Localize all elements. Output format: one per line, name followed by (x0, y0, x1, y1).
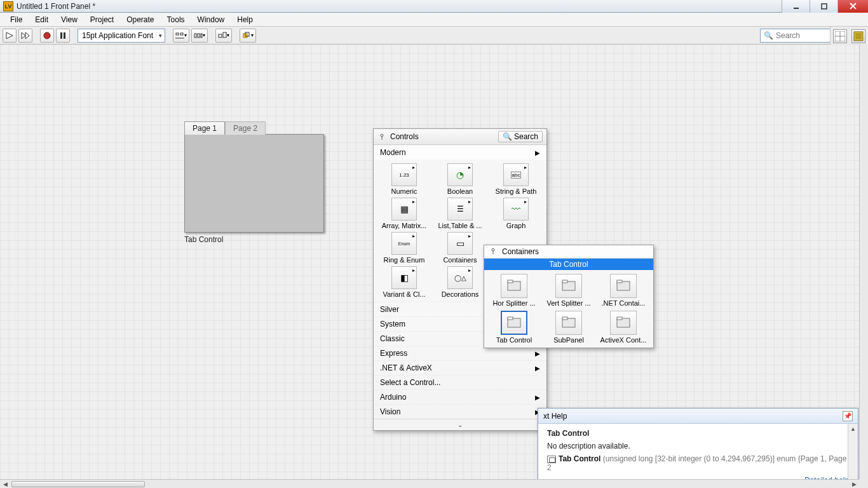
palette-category[interactable]: Arduino▶ (374, 390, 546, 404)
context-help-scrollbar[interactable]: ▲ ▼ (848, 424, 858, 487)
menu-window[interactable]: Window (191, 14, 231, 25)
svg-rect-6 (64, 32, 65, 39)
context-help-desc: No description available. (547, 442, 849, 451)
window-minimize-button[interactable] (782, 0, 810, 13)
flyout-item[interactable]: Hor Splitter ... (487, 274, 541, 307)
scroll-right-icon[interactable]: ▶ (849, 480, 859, 489)
scroll-thumb[interactable] (11, 481, 145, 487)
svg-rect-1 (822, 4, 827, 9)
scroll-corner (859, 479, 868, 488)
palette-item[interactable]: ▸String & Path (488, 163, 544, 195)
align-button[interactable]: ▾ (173, 29, 189, 43)
palette-item[interactable]: ▸Graph (488, 198, 544, 229)
font-selector[interactable]: 15pt Application Font (78, 29, 165, 43)
reorder-button[interactable]: ▾ (240, 29, 256, 43)
menu-edit[interactable]: Edit (29, 14, 55, 25)
flyout-item[interactable]: .NET Contai... (596, 274, 651, 307)
palette-category[interactable]: .NET & ActiveX▶ (374, 360, 546, 375)
palette-category-label: .NET & ActiveX (380, 363, 432, 372)
palette-item-label: Decorations (433, 290, 487, 298)
resize-button[interactable]: ▾ (215, 29, 232, 43)
menu-file[interactable]: File (4, 14, 29, 25)
context-help-header: xt Help (543, 412, 567, 421)
palette-item[interactable]: ▸Containers (432, 232, 488, 264)
palette-category[interactable]: Vision▶ (374, 404, 546, 419)
canvas-horizontal-scrollbar[interactable]: ◀ ▶ (0, 479, 859, 488)
canvas-vertical-scrollbar[interactable] (859, 44, 868, 479)
palette-category-modern[interactable]: Modern ▶ (374, 145, 546, 159)
svg-rect-35 (562, 317, 567, 320)
window-close-button[interactable] (837, 0, 868, 13)
svg-rect-33 (508, 317, 513, 320)
svg-rect-31 (617, 280, 622, 283)
tab-control-label[interactable]: Tab Control (184, 235, 324, 244)
menu-operate[interactable]: Operate (120, 14, 160, 25)
palette-item-icon: ▸ (447, 266, 473, 289)
flyout-item-label: Hor Splitter ... (487, 299, 541, 307)
connector-grid-icon[interactable] (833, 29, 847, 43)
flyout-item-icon (610, 274, 637, 298)
palette-item[interactable]: ▸Numeric (376, 163, 432, 195)
palette-item[interactable]: ▸Ring & Enum (376, 232, 432, 264)
toolbar: 15pt Application Font ▾ ▾ ▾ ▾ 🔍 Search 🔍… (0, 27, 868, 44)
flyout-item-icon (610, 311, 637, 335)
palette-item-icon: ▸ (391, 232, 417, 255)
palette-item-icon: ▸ (391, 163, 417, 186)
flyout-item[interactable]: ActiveX Cont... (596, 311, 651, 344)
svg-point-22 (381, 134, 383, 137)
pin-icon[interactable] (377, 132, 386, 141)
flyout-item-icon (501, 274, 527, 298)
context-help-pin-button[interactable]: 📌 (843, 411, 853, 421)
palette-item[interactable]: ▸List,Table & ... (432, 198, 488, 229)
distribute-button[interactable]: ▾ (191, 29, 208, 43)
palette-category-label: System (380, 320, 405, 329)
palette-item-icon: ▸ (447, 163, 473, 186)
context-help-signature: Tab Control (unsigned long [32-bit integ… (547, 454, 849, 472)
window-maximize-button[interactable] (810, 0, 837, 13)
flyout-item[interactable]: Tab Control (487, 311, 541, 344)
tab-page-1[interactable]: Page 1 (184, 121, 225, 135)
context-help-title: Tab Control (547, 429, 589, 438)
svg-rect-27 (508, 280, 513, 283)
chevron-right-icon: ▶ (535, 350, 540, 357)
scroll-left-icon[interactable]: ◀ (0, 480, 10, 489)
palette-item[interactable]: ▸Array, Matrix... (376, 198, 432, 229)
abort-button[interactable] (40, 29, 54, 43)
svg-rect-21 (855, 33, 862, 39)
flyout-item[interactable]: SubPanel (541, 311, 596, 344)
palette-item[interactable]: ▸Boolean (432, 163, 488, 195)
flyout-item-icon (501, 311, 527, 335)
flyout-highlight[interactable]: Tab Control (484, 259, 653, 270)
palette-category[interactable]: Select a Control... (374, 375, 546, 390)
menu-project[interactable]: Project (84, 14, 120, 25)
palette-search-button[interactable]: 🔍 Search (498, 131, 543, 142)
svg-point-24 (492, 248, 494, 251)
run-continuous-button[interactable] (18, 29, 32, 43)
chevron-right-icon: ▶ (535, 149, 540, 156)
palette-item[interactable]: ▸Variant & Cl... (376, 266, 432, 298)
run-button[interactable] (3, 29, 17, 43)
menu-tools[interactable]: Tools (161, 14, 191, 25)
palette-expand-icon[interactable]: ⌄ (374, 419, 546, 430)
palette-item[interactable]: ▸Decorations (432, 266, 488, 298)
tab-control-object[interactable]: Page 1 Page 2 Tab Control (184, 121, 324, 244)
vi-icon[interactable] (851, 29, 865, 43)
palette-item-label: Boolean (433, 187, 487, 195)
flyout-title: Containers (502, 247, 539, 256)
scroll-up-icon[interactable]: ▲ (848, 424, 858, 434)
pin-icon[interactable] (489, 247, 498, 256)
svg-rect-11 (198, 34, 200, 37)
tab-control-body[interactable] (184, 134, 324, 233)
flyout-item[interactable]: Vert Splitter ... (541, 274, 596, 307)
pause-button[interactable] (56, 29, 70, 43)
svg-rect-10 (194, 34, 196, 37)
palette-search-label: Search (514, 132, 538, 141)
app-icon: LV (3, 1, 13, 11)
menu-help[interactable]: Help (231, 14, 259, 25)
tab-page-2[interactable]: Page 2 (225, 121, 266, 135)
menu-view[interactable]: View (55, 14, 84, 25)
containers-flyout: Containers Tab Control Hor Splitter ...V… (484, 245, 654, 348)
flyout-item-label: ActiveX Cont... (596, 336, 651, 344)
palette-item-label: Ring & Enum (377, 256, 431, 264)
svg-rect-12 (201, 34, 202, 37)
